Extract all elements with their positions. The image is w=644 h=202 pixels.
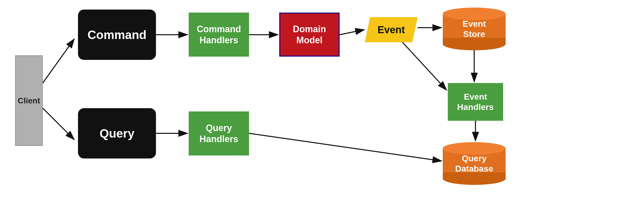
diagram-container: Client Command Query CommandHandlers Dom…: [0, 0, 644, 202]
arrow-queryhandlers-querydb: [249, 133, 441, 161]
event-box: Event: [365, 17, 418, 42]
domain-model-box: DomainModel: [279, 13, 340, 57]
query-database-label: QueryDatabase: [455, 153, 493, 174]
command-label: Command: [88, 28, 147, 42]
client-label: Client: [18, 96, 40, 105]
query-handlers-box: QueryHandlers: [189, 111, 249, 155]
query-handlers-label: QueryHandlers: [199, 123, 238, 144]
query-database-cylinder: QueryDatabase: [443, 142, 506, 185]
command-box: Command: [78, 10, 156, 60]
query-box: Query: [78, 108, 156, 158]
command-handlers-label: CommandHandlers: [197, 24, 241, 45]
query-label: Query: [100, 127, 135, 140]
event-store-label: EventStore: [463, 19, 486, 39]
arrow-event-eventhandlers: [403, 42, 447, 90]
arrow-domainmodel-event: [340, 30, 364, 35]
command-handlers-box: CommandHandlers: [189, 13, 249, 57]
client-box: Client: [15, 55, 43, 146]
arrow-client-command: [43, 39, 74, 83]
arrow-client-query: [43, 108, 74, 140]
event-handlers-box: EventHandlers: [448, 83, 503, 121]
event-handlers-label: EventHandlers: [457, 92, 494, 112]
event-label: Event: [378, 24, 405, 35]
domain-model-label: DomainModel: [293, 24, 326, 45]
event-store-cylinder: EventStore: [443, 8, 506, 50]
